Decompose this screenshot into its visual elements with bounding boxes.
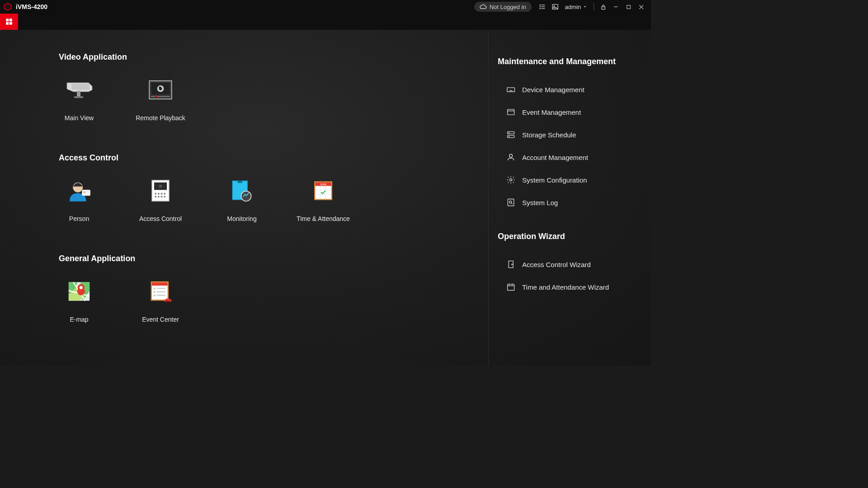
maximize-icon[interactable] xyxy=(624,3,632,11)
svg-rect-87 xyxy=(508,199,514,206)
svg-rect-28 xyxy=(82,190,90,196)
svg-rect-10 xyxy=(601,6,605,9)
main-area: Video Application Main View xyxy=(0,30,651,366)
app-logo-icon xyxy=(4,3,12,11)
log-icon xyxy=(506,197,516,207)
svg-point-2 xyxy=(540,5,540,5)
sidebar-item-label: Account Management xyxy=(522,154,588,161)
tiles-general: E-map Event Center xyxy=(59,277,488,323)
window-icon xyxy=(506,107,516,117)
sidebar-item-system-configuration[interactable]: System Configuration xyxy=(498,169,651,191)
image-icon[interactable] xyxy=(551,3,559,11)
svg-rect-23 xyxy=(151,83,170,95)
tiles-video: Main View Remote Playback xyxy=(59,75,488,122)
lock-icon[interactable] xyxy=(599,3,607,11)
svg-rect-17 xyxy=(6,22,9,25)
svg-rect-19 xyxy=(71,84,90,90)
tile-access-control[interactable]: Access Control xyxy=(140,176,181,222)
svg-rect-66 xyxy=(154,287,156,289)
tile-monitoring[interactable]: Monitoring xyxy=(222,176,262,222)
person-icon xyxy=(63,176,95,205)
tabstrip xyxy=(0,14,651,30)
home-tab[interactable] xyxy=(0,14,18,30)
tile-emap[interactable]: E-map xyxy=(59,277,99,323)
storage-icon xyxy=(506,130,516,140)
app-title: iVMS-4200 xyxy=(16,3,47,10)
svg-point-86 xyxy=(510,179,512,181)
titlebar: iVMS-4200 Not Logged in admin xyxy=(0,0,651,14)
svg-rect-20 xyxy=(77,91,80,97)
keyboard-icon xyxy=(506,84,516,94)
calendar-small-icon xyxy=(506,282,516,292)
svg-marker-1 xyxy=(6,5,10,9)
svg-point-34 xyxy=(159,185,162,188)
tile-label: Person xyxy=(69,215,89,222)
svg-rect-21 xyxy=(74,96,83,98)
svg-line-89 xyxy=(511,203,513,204)
cloud-icon xyxy=(480,3,487,10)
sidebar-item-label: Access Control Wizard xyxy=(522,261,591,268)
user-label: admin xyxy=(565,4,581,10)
tile-main-view[interactable]: Main View xyxy=(59,75,99,122)
map-icon xyxy=(63,277,95,306)
svg-rect-29 xyxy=(83,191,85,193)
minimize-icon[interactable] xyxy=(612,3,620,11)
tile-label: E-map xyxy=(70,316,88,323)
svg-point-46 xyxy=(241,191,251,201)
sidebar-item-account-management[interactable]: Account Management xyxy=(498,146,651,169)
playback-icon xyxy=(145,75,176,104)
section-title-video: Video Application xyxy=(59,52,488,62)
svg-point-38 xyxy=(164,193,165,195)
svg-point-41 xyxy=(160,196,162,197)
svg-rect-15 xyxy=(6,19,9,21)
section-title-general: General Application xyxy=(59,254,488,263)
sidebar-item-label: Storage Schedule xyxy=(522,131,576,139)
left-panel: Video Application Main View xyxy=(0,30,488,366)
sidebar-item-system-log[interactable]: System Log xyxy=(498,191,651,214)
sidebar-item-label: Time and Attendance Wizard xyxy=(522,283,609,291)
svg-rect-92 xyxy=(508,284,514,290)
svg-point-83 xyxy=(509,132,509,133)
svg-rect-45 xyxy=(238,181,242,183)
user-menu[interactable]: admin xyxy=(565,4,587,10)
list-icon[interactable] xyxy=(538,3,547,11)
door-icon xyxy=(506,259,516,269)
svg-point-36 xyxy=(158,193,160,195)
svg-rect-16 xyxy=(9,19,12,21)
sidebar-item-label: System Configuration xyxy=(522,176,587,184)
close-icon[interactable] xyxy=(637,3,645,11)
sidebar-item-event-management[interactable]: Event Management xyxy=(498,101,651,123)
tile-time-attendance[interactable]: JUNE Time & Attendance xyxy=(303,176,344,222)
sidebar-item-storage-schedule[interactable]: Storage Schedule xyxy=(498,123,651,146)
tile-person[interactable]: Person xyxy=(59,176,99,222)
monitoring-icon xyxy=(226,176,258,205)
svg-point-39 xyxy=(155,196,156,197)
calendar-icon: JUNE xyxy=(307,176,339,205)
svg-point-26 xyxy=(155,95,157,98)
tile-remote-playback[interactable]: Remote Playback xyxy=(140,75,181,122)
svg-point-84 xyxy=(509,136,509,137)
svg-point-40 xyxy=(158,196,160,197)
svg-rect-68 xyxy=(154,291,156,293)
tile-event-center[interactable]: Event Center xyxy=(140,277,181,323)
section-title-access: Access Control xyxy=(59,153,488,163)
tile-label: Event Center xyxy=(142,316,179,323)
svg-point-42 xyxy=(164,196,165,197)
sidebar-item-time-attendance-wizard[interactable]: Time and Attendance Wizard xyxy=(498,276,651,298)
svg-text:JUNE: JUNE xyxy=(320,183,327,186)
tile-label: Main View xyxy=(65,114,94,122)
event-center-icon xyxy=(145,277,176,306)
tile-label: Remote Playback xyxy=(136,114,185,122)
tiles-access: Person Access Control xyxy=(59,176,488,222)
sidebar-item-access-control-wizard[interactable]: Access Control Wizard xyxy=(498,253,651,276)
sidebar-section-maintenance: Maintenance and Management xyxy=(498,57,651,66)
sidebar-item-device-management[interactable]: Device Management xyxy=(498,78,651,101)
grid-icon xyxy=(5,18,13,26)
tile-label: Access Control xyxy=(139,215,182,222)
right-panel: Maintenance and Management Device Manage… xyxy=(488,30,651,366)
svg-point-4 xyxy=(540,6,540,7)
sidebar-section-wizard: Operation Wizard xyxy=(498,232,651,241)
camera-icon xyxy=(63,75,95,104)
svg-rect-12 xyxy=(627,5,630,9)
login-status-badge[interactable]: Not Logged in xyxy=(474,2,532,12)
